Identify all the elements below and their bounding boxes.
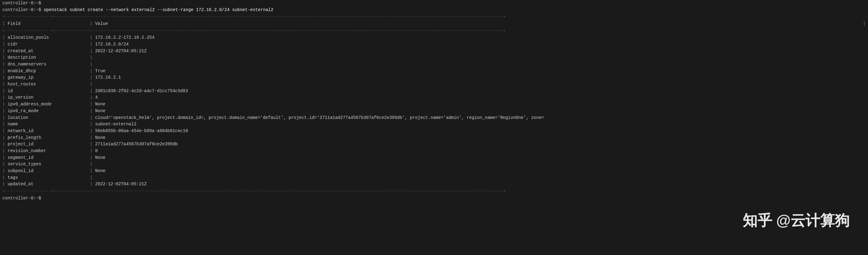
prompt-line-top: controller-0:~$ xyxy=(0,0,868,7)
table-row: | created_at | 2022-12-02T04:05:21Z xyxy=(0,48,868,55)
pipe: | xyxy=(2,181,8,188)
pipe: | xyxy=(2,134,8,141)
pipe-mid: | xyxy=(90,61,95,68)
pipe-mid: | xyxy=(90,108,95,115)
pipe: | xyxy=(2,174,8,181)
pipe: | xyxy=(2,141,8,148)
row-value: None xyxy=(95,168,106,174)
row-field: host_routes xyxy=(8,81,90,88)
pipe-mid: | xyxy=(90,68,95,75)
pipe-mid: | xyxy=(90,54,95,61)
pipe: | xyxy=(2,74,8,81)
command-line: controller-0:~$ openstack subnet create … xyxy=(0,7,868,13)
row-field: gateway_ip xyxy=(8,74,90,81)
pipe: | xyxy=(2,41,8,48)
prompt-line-bottom: controller-0:~$ xyxy=(0,195,868,202)
table-row: | enable_dhcp | True xyxy=(0,68,868,75)
header-separator: +------------------+--------------------… xyxy=(0,27,868,35)
row-value: None xyxy=(95,108,106,115)
pipe-right: | xyxy=(863,21,866,27)
pipe-mid: | xyxy=(90,48,95,55)
table-row: | dns_nameservers | xyxy=(0,61,868,68)
pipe: | xyxy=(2,61,8,68)
row-field: project_id xyxy=(8,141,90,148)
row-field: ipv6_ra_mode xyxy=(8,108,90,115)
table-row: | ip_version | 4 xyxy=(0,94,868,101)
row-value: 2022-12-02T04:05:21Z xyxy=(95,181,147,188)
row-value: None xyxy=(95,101,106,108)
row-value: 0 xyxy=(95,148,98,155)
pipe: | xyxy=(2,101,8,108)
table-row: | subpool_id | None xyxy=(0,168,868,174)
row-value: None xyxy=(95,134,106,141)
table-row: | id | 2d81c838-2f02-4c2d-a4c7-d1cc754c5… xyxy=(0,88,868,95)
pipe: | xyxy=(2,128,8,134)
pipe-mid: | xyxy=(90,168,95,174)
pipe-mid: | xyxy=(90,81,95,88)
pipe-mid: | xyxy=(90,155,95,161)
row-value: 172.16.2.2-172.16.2.254 xyxy=(95,34,155,41)
pipe: | xyxy=(2,54,8,61)
pipe-mid: | xyxy=(90,161,95,168)
row-field: description xyxy=(8,54,90,61)
pipe: | xyxy=(2,148,8,155)
table-row: | revision_number | 0 xyxy=(0,148,868,155)
row-field: allocation_pools xyxy=(8,34,90,41)
terminal-window: controller-0:~$ controller-0:~$ openstac… xyxy=(0,0,868,255)
row-value: cloud='openstack_helm', project.domain_i… xyxy=(95,115,544,121)
row-value: None xyxy=(95,155,106,161)
table-header-row: | Field | Value | xyxy=(0,21,868,27)
pipe-mid: | xyxy=(90,94,95,101)
row-field: subpool_id xyxy=(8,168,90,174)
row-field: name xyxy=(8,121,90,128)
pipe: | xyxy=(2,34,8,41)
pipe: | xyxy=(2,155,8,161)
bottom-separator: +------------------+--------------------… xyxy=(0,188,868,195)
row-field: cidr xyxy=(8,41,90,48)
table-row: | prefix_length | None xyxy=(0,134,868,141)
pipe-mid: | xyxy=(90,115,95,121)
table-row: | location | cloud='openstack_helm', pro… xyxy=(0,115,868,121)
row-value: subnet-external2 xyxy=(95,121,136,128)
header-value: Value xyxy=(95,21,108,27)
pipe-mid: | xyxy=(90,101,95,108)
row-field: network_id xyxy=(8,128,90,134)
pipe: | xyxy=(2,48,8,55)
pipe-mid: | xyxy=(90,121,95,128)
prompt-text-top: controller-0:~$ xyxy=(2,0,41,7)
pipe-mid: | xyxy=(90,41,95,48)
pipe-mid: | xyxy=(90,181,95,188)
row-field: revision_number xyxy=(8,148,90,155)
pipe-mid: | xyxy=(90,134,95,141)
command-text: openstack subnet create --network extern… xyxy=(43,7,273,13)
row-field: created_at xyxy=(8,48,90,55)
row-field: tags xyxy=(8,174,90,181)
row-field: dns_nameservers xyxy=(8,61,90,68)
row-field: location xyxy=(8,115,90,121)
row-field: id xyxy=(8,88,90,95)
table-row: | project_id | 2711a1ad277a4567b307af6ce… xyxy=(0,141,868,148)
pipe-mid: | xyxy=(90,174,95,181)
table-row: | host_routes | xyxy=(0,81,868,88)
row-field: ip_version xyxy=(8,94,90,101)
row-field: prefix_length xyxy=(8,134,90,141)
pipe: | xyxy=(2,121,8,128)
pipe-mid: | xyxy=(90,74,95,81)
row-value: 4 xyxy=(95,94,98,101)
header-field: Field xyxy=(8,21,90,27)
row-field: service_types xyxy=(8,161,90,168)
pipe-mid: | xyxy=(90,148,95,155)
pipe-left: | xyxy=(2,21,8,27)
table-row: | ipv6_ra_mode | None xyxy=(0,108,868,115)
top-separator: +------------------+--------------------… xyxy=(0,13,868,21)
row-value: 172.16.2.1 xyxy=(95,74,121,81)
table-row: | updated_at | 2022-12-02T04:05:21Z xyxy=(0,181,868,188)
row-field: segment_id xyxy=(8,155,90,161)
row-value: 2d81c838-2f02-4c2d-a4c7-d1cc754c5d83 xyxy=(95,88,188,95)
pipe-mid: | xyxy=(90,34,95,41)
row-field: updated_at xyxy=(8,181,90,188)
pipe: | xyxy=(2,115,8,121)
table-row: | ipv6_address_mode| None xyxy=(0,101,868,108)
row-value: 2711a1ad277a4567b307af6ce2e399db xyxy=(95,141,178,148)
table-row: | description | xyxy=(0,54,868,61)
